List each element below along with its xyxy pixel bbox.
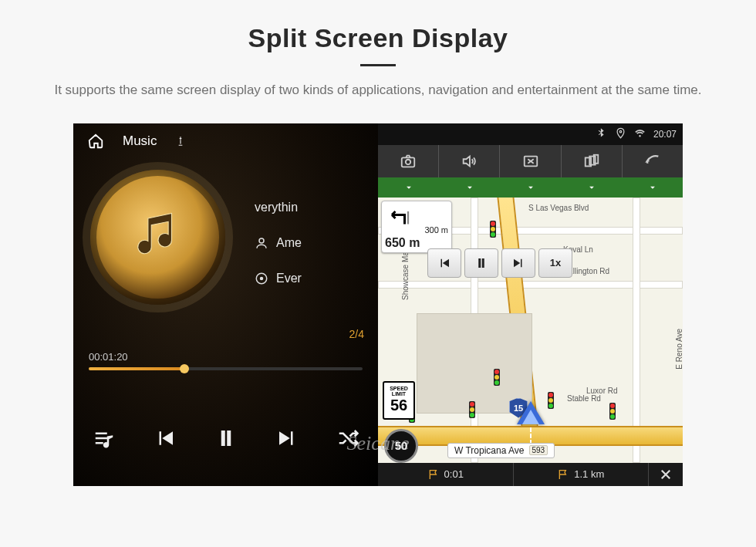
song-title: verythin xyxy=(255,201,298,214)
turn-dist-main: 650 m xyxy=(385,236,420,250)
wifi-icon xyxy=(634,127,646,141)
eta-cell[interactable]: 0:01 xyxy=(378,463,514,486)
speed-limit-value: 56 xyxy=(390,397,407,414)
destination-label: W Tropicana Ave 593 xyxy=(447,443,555,458)
sim-prev-button[interactable] xyxy=(427,248,461,278)
turn-dist-next: 300 m xyxy=(424,225,448,235)
music-app-label: Music xyxy=(123,133,157,149)
distance-value: 1.1 km xyxy=(574,468,604,480)
music-note-icon xyxy=(131,210,185,264)
lane-arrow xyxy=(622,177,683,198)
watermark: Seicane xyxy=(347,432,410,455)
speed-limit-label: LIMIT xyxy=(392,391,406,397)
flag-icon xyxy=(557,468,569,481)
nav-bottom-bar: 0:01 1.1 km xyxy=(378,463,683,486)
progress-area: 00:01:20 xyxy=(89,351,363,370)
playlist-button[interactable] xyxy=(93,427,116,453)
nav-close-button[interactable] xyxy=(649,463,683,486)
sim-next-button[interactable] xyxy=(501,248,535,278)
lane-arrow xyxy=(378,177,439,198)
home-icon[interactable] xyxy=(87,133,104,150)
svg-point-3 xyxy=(619,130,622,133)
music-top-bar: Music xyxy=(73,123,378,150)
street-label: E Reno Ave xyxy=(675,329,683,370)
turn-left-icon xyxy=(385,205,413,227)
seek-handle[interactable] xyxy=(180,364,189,373)
back-button[interactable] xyxy=(622,145,683,177)
traffic-light-icon xyxy=(609,403,616,420)
destination-tag: 593 xyxy=(529,445,548,455)
system-toolbar xyxy=(378,145,683,177)
eta-value: 0:01 xyxy=(444,468,464,480)
elapsed-time: 00:01:20 xyxy=(89,351,128,363)
lane-arrow xyxy=(561,177,622,198)
song-row: verythin xyxy=(255,201,302,214)
track-index: 2/4 xyxy=(349,328,364,340)
lane-guidance-bar xyxy=(378,177,683,198)
artist-name: Ame xyxy=(276,236,302,250)
seek-fill xyxy=(89,367,184,370)
distance-cell[interactable]: 1.1 km xyxy=(514,463,650,486)
street-label: S Las Vegas Blvd xyxy=(528,204,589,212)
next-button[interactable] xyxy=(275,427,299,453)
traffic-light-icon xyxy=(469,401,475,418)
volume-button[interactable] xyxy=(438,145,499,177)
lane-arrow xyxy=(500,177,561,198)
prev-button[interactable] xyxy=(154,427,177,453)
traffic-light-icon xyxy=(490,221,496,238)
screenshot-button[interactable] xyxy=(378,145,438,177)
music-transport xyxy=(73,393,378,486)
track-meta-rows: verythin Ame Ever xyxy=(255,201,302,285)
lane-arrow xyxy=(439,177,500,198)
traffic-light-icon xyxy=(494,369,500,386)
speed-limit-sign: SPEED LIMIT 56 xyxy=(383,381,415,420)
title-underline xyxy=(360,64,396,66)
sim-speed-button[interactable]: 1x xyxy=(538,248,572,278)
album-row: Ever xyxy=(255,272,302,285)
artist-row: Ame xyxy=(255,236,302,250)
page-subtitle: It supports the same screen display of t… xyxy=(39,80,717,100)
road xyxy=(633,198,640,463)
traffic-light-icon xyxy=(548,392,554,409)
status-bar: 20:07 xyxy=(378,123,683,145)
music-app-pane: Music verythin Ame Ever 2/4 xyxy=(73,123,378,486)
svg-point-5 xyxy=(406,159,410,164)
bluetooth-icon xyxy=(596,127,607,141)
street-label: Stable Rd xyxy=(567,394,601,403)
close-app-button[interactable] xyxy=(499,145,560,177)
elapsed-row: 00:01:20 xyxy=(89,351,363,363)
svg-point-0 xyxy=(259,238,264,243)
close-icon xyxy=(659,468,673,481)
head-unit-screen: Music verythin Ame Ever 2/4 xyxy=(73,123,683,486)
speed-limit-label: SPEED xyxy=(390,386,408,391)
destination-name: W Tropicana Ave xyxy=(454,445,525,456)
recents-button[interactable] xyxy=(561,145,622,177)
location-icon xyxy=(615,127,626,141)
page-title: Split Screen Display xyxy=(0,23,756,53)
usb-icon[interactable] xyxy=(175,136,186,147)
vehicle-cursor-icon xyxy=(517,401,545,424)
status-clock: 20:07 xyxy=(653,129,677,140)
svg-point-2 xyxy=(261,277,263,279)
disc-icon xyxy=(255,272,268,285)
street-label: Showcase Mall xyxy=(401,248,410,299)
sim-controls: 1x xyxy=(427,248,572,278)
seek-bar[interactable] xyxy=(89,367,363,370)
block xyxy=(417,313,532,414)
pause-button[interactable] xyxy=(214,427,238,453)
sim-pause-button[interactable] xyxy=(464,248,498,278)
person-icon xyxy=(255,236,268,250)
album-name: Ever xyxy=(276,272,302,285)
navigation-app-pane: 20:07 S Las Vegas Blvd Koval Ln xyxy=(378,123,683,486)
album-art xyxy=(90,170,225,305)
map-canvas[interactable]: S Las Vegas Blvd Koval Ln Duke Ellington… xyxy=(378,198,683,463)
turn-card: 300 m 650 m xyxy=(381,201,452,253)
flag-icon xyxy=(427,468,440,481)
